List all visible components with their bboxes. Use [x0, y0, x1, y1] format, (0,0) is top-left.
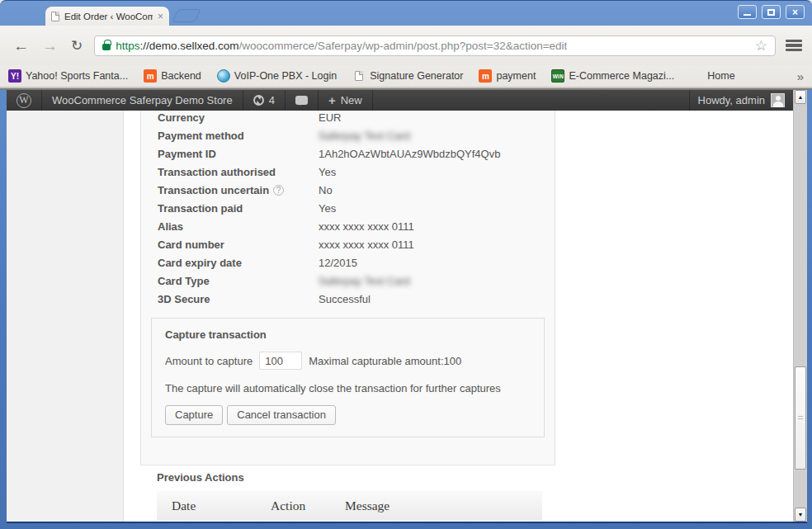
- bookmark-signature-generator[interactable]: Signature Generator: [352, 69, 463, 83]
- row-label: Card expiry date: [158, 257, 319, 269]
- maximize-button[interactable]: [762, 5, 781, 19]
- minimize-icon: [744, 14, 751, 16]
- bookmark-label: Backend: [161, 70, 201, 82]
- browser-window: Edit Order ‹ WooCommerc × × ← → ↻ https …: [0, 0, 812, 529]
- maximize-icon: [767, 9, 775, 16]
- scroll-down-button[interactable]: ▼: [795, 508, 806, 522]
- row-value: xxxx xxxx xxxx 0111: [319, 220, 414, 233]
- chrome-menu-button[interactable]: [782, 35, 805, 56]
- row-value: Yes: [319, 166, 336, 178]
- forward-button[interactable]: →: [35, 38, 64, 54]
- page-icon: [352, 69, 366, 83]
- column-header-action: Action: [271, 498, 345, 513]
- browser-toolbar: ← → ↻ https ://demo.sellxed.com /woocomm…: [0, 26, 812, 65]
- amount-to-capture-input[interactable]: [259, 352, 302, 370]
- order-content: CurrencyEUR Payment methodSaferpay Test …: [125, 111, 793, 522]
- previous-actions-header-row: Date Action Message: [157, 491, 542, 520]
- row-value: Successful: [319, 293, 371, 305]
- capture-note: The capture will automatically close the…: [165, 382, 531, 394]
- bookmark-home[interactable]: Home: [690, 69, 734, 83]
- bookmark-label: E-Commerce Magazi...: [569, 70, 674, 82]
- capture-button[interactable]: Capture: [165, 405, 223, 425]
- avatar: [771, 93, 785, 107]
- minimize-button[interactable]: [738, 5, 757, 19]
- row-label: Transaction uncertain ?: [158, 184, 319, 196]
- address-bar[interactable]: https ://demo.sellxed.com /woocommerce/S…: [94, 35, 776, 56]
- tab-favicon-page-icon: [51, 12, 59, 21]
- url-path: /woocommerce/Saferpay/wp-admin/post.php?…: [239, 40, 568, 52]
- capture-title: Capture transaction: [165, 328, 531, 341]
- bookmark-label: Signature Generator: [370, 70, 463, 82]
- my-account-menu[interactable]: Howdy, admin: [689, 90, 793, 111]
- help-icon[interactable]: ?: [273, 185, 284, 196]
- table-row: 3D SecureSuccessful: [141, 293, 555, 305]
- capture-transaction-panel: Capture transaction Amount to capture Ma…: [151, 318, 545, 437]
- tab-close-icon[interactable]: ×: [158, 12, 163, 21]
- new-tab-button[interactable]: [172, 9, 201, 22]
- cancel-transaction-button[interactable]: Cancel transaction: [227, 405, 336, 425]
- back-button[interactable]: ←: [7, 38, 35, 54]
- window-controls: ×: [738, 5, 805, 19]
- title-bar: Edit Order ‹ WooCommerc × ×: [0, 1, 812, 26]
- bookmark-label: Home: [707, 70, 734, 82]
- bookmark-label: payment: [496, 70, 536, 82]
- wp-admin-bar: W WooCommerce Saferpay Demo Store 4 + Ne…: [7, 90, 793, 111]
- browser-tab[interactable]: Edit Order ‹ WooCommerc ×: [45, 7, 169, 26]
- comment-bubble-icon: [295, 96, 308, 105]
- bookmark-voip-one[interactable]: VoIP-One PBX - Login: [217, 69, 337, 83]
- wp-logo-menu[interactable]: W: [7, 90, 42, 111]
- row-value-blurred: Saferpay Test Card: [319, 275, 410, 287]
- ssl-lock-icon[interactable]: [102, 44, 111, 50]
- row-value: 1Ah2hOAzWbtAUAz9WbdzbQYf4Qvb: [319, 148, 500, 160]
- maximal-capturable-amount-label: Maximal capturable amount:100: [309, 355, 461, 367]
- updates-count: 4: [269, 94, 275, 106]
- site-name-menu[interactable]: WooCommerce Saferpay Demo Store: [42, 90, 243, 111]
- howdy-label: Howdy, admin: [698, 94, 765, 106]
- grid-icon: [690, 69, 703, 83]
- voip-one-icon: [217, 69, 230, 83]
- column-header-message: Message: [345, 498, 542, 513]
- wp-admin-sidebar: [7, 111, 124, 522]
- updates-menu[interactable]: 4: [243, 90, 286, 111]
- magento-icon: m: [144, 69, 157, 83]
- bookmark-yahoo[interactable]: Y! Yahoo! Sports Fanta...: [8, 69, 128, 83]
- wordpress-logo-icon: W: [17, 93, 31, 108]
- reload-button[interactable]: ↻: [64, 37, 89, 54]
- row-label: Card number: [158, 239, 319, 251]
- scrollbar-thumb[interactable]: [795, 366, 806, 470]
- transaction-information-panel: CurrencyEUR Payment methodSaferpay Test …: [140, 111, 555, 465]
- bookmark-payment[interactable]: m payment: [479, 69, 536, 83]
- row-label: Payment method: [158, 130, 319, 142]
- row-label: Payment ID: [158, 148, 319, 160]
- url-scheme: https: [116, 40, 139, 52]
- table-row: Transaction uncertain ? No: [141, 184, 555, 196]
- table-row: Payment methodSaferpay Test Card: [141, 130, 555, 142]
- updates-icon: [253, 95, 264, 106]
- comments-menu[interactable]: [286, 90, 319, 111]
- row-label: 3D Secure: [158, 293, 319, 305]
- bookmark-label: Yahoo! Sports Fanta...: [26, 70, 128, 82]
- url-host: ://demo.sellxed.com: [140, 40, 239, 52]
- bookmark-star-icon[interactable]: ☆: [755, 39, 767, 53]
- bookmarks-overflow-chevron-icon[interactable]: »: [797, 69, 804, 83]
- admin-page: CurrencyEUR Payment methodSaferpay Test …: [7, 111, 793, 522]
- new-content-menu[interactable]: + New: [319, 90, 373, 111]
- table-row: Payment ID1Ah2hOAzWbtAUAz9WbdzbQYf4Qvb: [141, 148, 555, 160]
- table-row: Card TypeSaferpay Test Card: [141, 275, 555, 287]
- row-value-blurred: Saferpay Test Card: [319, 130, 410, 142]
- row-label: Transaction paid: [158, 202, 319, 215]
- vertical-scrollbar[interactable]: ▲ ▼: [793, 90, 807, 522]
- scroll-up-button[interactable]: ▲: [795, 90, 806, 104]
- bookmark-backend[interactable]: m Backend: [144, 69, 201, 83]
- row-label: Alias: [158, 220, 319, 233]
- row-value: Yes: [319, 202, 336, 215]
- plus-icon: +: [328, 93, 336, 107]
- bookmark-ecommerce-magazine[interactable]: WIN E-Commerce Magazi...: [551, 69, 674, 83]
- win-icon: WIN: [551, 69, 564, 83]
- close-button[interactable]: ×: [786, 5, 805, 19]
- table-row: Card numberxxxx xxxx xxxx 0111: [141, 239, 555, 251]
- table-row: CurrencyEUR: [141, 111, 555, 124]
- previous-actions-title: Previous Actions: [157, 471, 542, 484]
- row-value: 12/2015: [319, 257, 357, 269]
- row-label: Currency: [158, 111, 319, 124]
